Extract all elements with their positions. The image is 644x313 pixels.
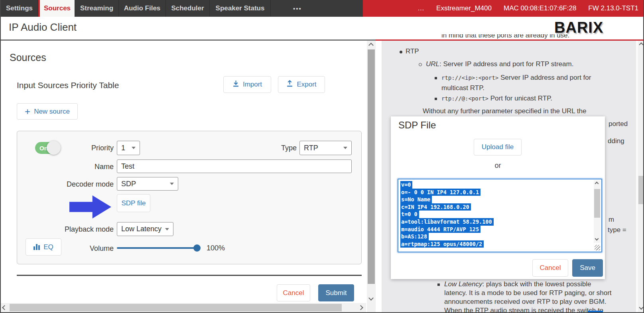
export-label: Export [297, 81, 316, 89]
type-label: Type [265, 144, 297, 152]
scrollbar-thumb[interactable] [594, 189, 600, 218]
scroll-up-icon[interactable] [369, 43, 373, 47]
doc-fragment: m [609, 216, 614, 224]
bullet-square-icon [435, 98, 437, 100]
or-label: or [391, 161, 605, 170]
tab-label: Streaming [80, 4, 113, 12]
bullet-square-icon [437, 283, 440, 286]
volume-slider-track[interactable] [117, 247, 200, 249]
modal-save-label: Save [580, 264, 595, 272]
tab-sources[interactable]: Sources [38, 0, 75, 17]
doc-lowlatency-line1: Low Latency: plays back with the lowest … [444, 280, 591, 288]
scroll-right-icon[interactable] [359, 306, 362, 309]
page-title: IP Audio Client [9, 21, 77, 33]
bullet-circle-icon [419, 63, 422, 66]
doc-highlight-fragment [587, 311, 603, 313]
import-button[interactable]: Import [223, 76, 271, 93]
left-pane-vertical-scrollbar[interactable] [367, 41, 376, 313]
sources-heading: Sources [10, 52, 46, 63]
tab-speaker-status[interactable]: Speaker Status [210, 0, 271, 17]
doc-unicast-line: rtp://@:<port> Port for unicast RTP. [441, 94, 552, 102]
import-label: Import [243, 81, 262, 89]
new-source-label: New source [34, 108, 70, 116]
doc-fragment: ported [609, 120, 628, 128]
scroll-down-icon[interactable] [369, 296, 373, 300]
header-border-left [1, 39, 376, 41]
scroll-up-icon[interactable] [595, 182, 598, 185]
left-pane-horizontal-scrollbar[interactable] [1, 303, 366, 312]
priority-select[interactable]: 1 [117, 141, 140, 155]
tab-more-menu[interactable]: ••• [271, 0, 324, 17]
modal-cancel-button[interactable]: Cancel [532, 259, 568, 277]
doc-url-paragraph: Without any further parameter specified … [423, 107, 586, 115]
new-source-button[interactable]: + New source [17, 103, 78, 120]
barix-logo: BARIX [554, 19, 603, 36]
device-firmware: FW 2.13.0-TST1 [588, 4, 638, 12]
doc-url-line: URL: Server IP address and port for RTP … [426, 60, 573, 68]
chevron-down-icon [132, 147, 136, 149]
source-enabled-toggle[interactable]: On [35, 142, 60, 154]
modal-cancel-label: Cancel [540, 264, 561, 272]
submit-label: Submit [326, 289, 347, 297]
form-divider [17, 275, 362, 276]
playback-mode-select[interactable]: Low Latency [117, 222, 173, 236]
modal-save-button[interactable]: Save [572, 259, 603, 277]
scrollbar-thumb[interactable] [10, 304, 342, 311]
resize-grip-icon[interactable] [595, 245, 600, 250]
plus-icon: + [25, 108, 30, 116]
doc-fragment: type = [608, 226, 626, 234]
bullet-disc-icon [400, 51, 402, 53]
doc-rtp-bullet: RTP [406, 47, 419, 55]
volume-slider-handle[interactable] [193, 244, 201, 252]
decoder-mode-label: Decoder mode [61, 180, 114, 189]
priority-label: Priority [73, 144, 114, 152]
tab-audio-files[interactable]: Audio Files [119, 0, 166, 17]
doc-clipped-line: in mind that these ports are already in … [441, 34, 569, 39]
tab-settings[interactable]: Settings [1, 0, 38, 17]
scrollbar-thumb[interactable] [368, 49, 375, 284]
doc-fragment: dding [608, 137, 624, 145]
upload-file-label: Upload file [482, 143, 514, 151]
scroll-down-icon[interactable] [595, 237, 598, 240]
device-name: Exstreamer_M400 [436, 4, 492, 12]
tab-scheduler[interactable]: Scheduler [166, 0, 210, 17]
tab-label: Scheduler [171, 4, 204, 12]
sdp-file-button[interactable]: SDP file [117, 194, 150, 212]
window-vertical-scrollbar[interactable] [638, 41, 644, 313]
export-button[interactable]: Export [278, 76, 325, 93]
tab-label: Audio Files [124, 4, 161, 12]
name-label: Name [73, 163, 114, 171]
equalizer-icon [33, 244, 40, 250]
chevron-down-icon [343, 147, 347, 149]
editor-scrollbar[interactable] [594, 180, 601, 243]
device-info-bar: … Exstreamer_M400 MAC 00:08:E1:07:6F:28 … [363, 0, 644, 17]
playback-mode-value: Low Latency [121, 225, 161, 233]
scroll-up-icon[interactable] [640, 43, 643, 46]
priority-value: 1 [121, 144, 125, 152]
doc-lowlatency-line2: latency. It is a mode to be used for RTP… [444, 289, 612, 297]
sdp-text-editor[interactable]: v=0 o=- 0 0 IN IP4 127.0.0.1 s=No Name c… [398, 179, 602, 252]
priority-table-title: Input Sources Priority Table [17, 81, 119, 90]
type-select[interactable]: RTP [299, 141, 352, 155]
doc-multicast-line1: rtp://<ip>:<port> Server IP address and … [441, 74, 591, 82]
export-icon [286, 80, 293, 89]
tab-streaming[interactable]: Streaming [75, 0, 119, 17]
eq-button[interactable]: EQ [26, 238, 61, 256]
ellipsis-icon: ••• [293, 5, 302, 12]
chevron-down-icon [170, 183, 174, 185]
scrollbar-thumb[interactable] [638, 176, 644, 204]
submit-button[interactable]: Submit [318, 284, 354, 301]
decoder-mode-select[interactable]: SDP [117, 177, 178, 191]
volume-value: 100% [207, 244, 225, 252]
volume-label: Volume [73, 244, 114, 253]
name-input[interactable] [117, 159, 352, 173]
scroll-down-icon[interactable] [640, 306, 643, 309]
tab-label: Settings [6, 4, 33, 12]
tab-label: Speaker Status [216, 4, 265, 12]
playback-mode-label: Playback mode [57, 225, 114, 234]
scroll-left-icon[interactable] [3, 306, 6, 309]
upload-file-button[interactable]: Upload file [474, 139, 522, 156]
cancel-button[interactable]: Cancel [277, 284, 310, 301]
eq-label: EQ [43, 243, 53, 251]
chevron-down-icon [165, 228, 169, 230]
